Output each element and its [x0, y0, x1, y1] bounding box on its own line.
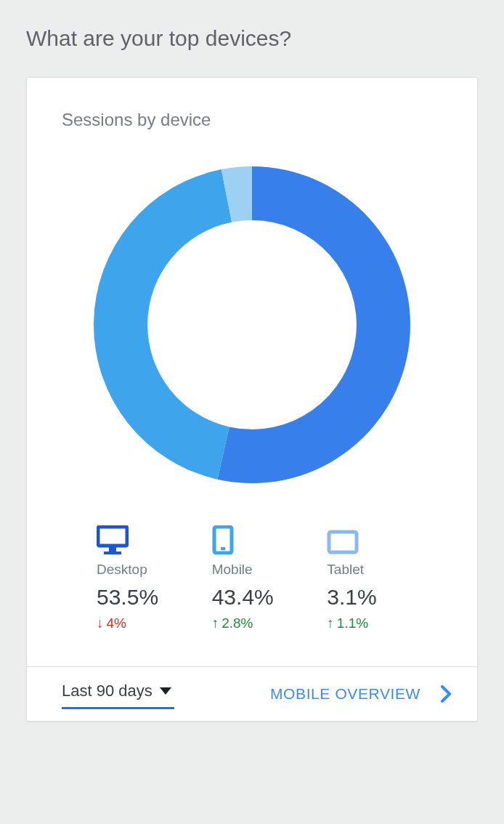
legend-item-tablet: Tablet 3.1% ↑ 1.1%	[327, 525, 442, 631]
sessions-by-device-card: Sessions by device Desktop 53.5% ↓ 4%	[26, 77, 478, 722]
overview-link-label: MOBILE OVERVIEW	[270, 685, 420, 703]
legend-label: Desktop	[97, 562, 147, 578]
device-legend: Desktop 53.5% ↓ 4% Mobile 43.4% ↑ 2.8%	[27, 525, 477, 666]
chevron-down-icon	[160, 687, 171, 695]
legend-delta: ↑ 1.1%	[327, 615, 368, 631]
arrow-down-icon: ↓	[97, 615, 104, 631]
arrow-up-icon: ↑	[212, 615, 219, 631]
svg-rect-2	[104, 552, 121, 554]
date-range-label: Last 90 days	[62, 682, 153, 700]
legend-delta: ↓ 4%	[97, 615, 126, 631]
delta-text: 2.8%	[221, 615, 253, 631]
legend-value: 3.1%	[327, 585, 376, 610]
card-title: Sessions by device	[27, 78, 477, 130]
legend-item-mobile: Mobile 43.4% ↑ 2.8%	[212, 525, 328, 631]
legend-label: Mobile	[212, 562, 253, 578]
desktop-icon	[97, 525, 129, 554]
legend-item-desktop: Desktop 53.5% ↓ 4%	[97, 525, 212, 631]
mobile-icon	[212, 525, 234, 554]
svg-rect-0	[98, 527, 127, 546]
legend-value: 43.4%	[212, 585, 274, 610]
page-title: What are your top devices?	[0, 0, 504, 68]
svg-rect-1	[109, 547, 116, 552]
date-range-selector[interactable]: Last 90 days	[62, 682, 171, 706]
legend-label: Tablet	[327, 562, 364, 578]
svg-rect-5	[329, 532, 357, 552]
chevron-right-icon	[441, 685, 451, 703]
legend-value: 53.5%	[97, 585, 158, 610]
legend-delta: ↑ 2.8%	[212, 615, 253, 631]
tablet-icon	[327, 525, 359, 554]
delta-text: 4%	[107, 615, 126, 631]
delta-text: 1.1%	[337, 615, 368, 631]
svg-rect-4	[221, 547, 225, 550]
arrow-up-icon: ↑	[327, 615, 334, 631]
donut-slice	[94, 169, 232, 480]
mobile-overview-link[interactable]: MOBILE OVERVIEW	[270, 685, 455, 703]
card-footer: Last 90 days MOBILE OVERVIEW	[27, 666, 477, 721]
donut-chart	[27, 130, 477, 525]
